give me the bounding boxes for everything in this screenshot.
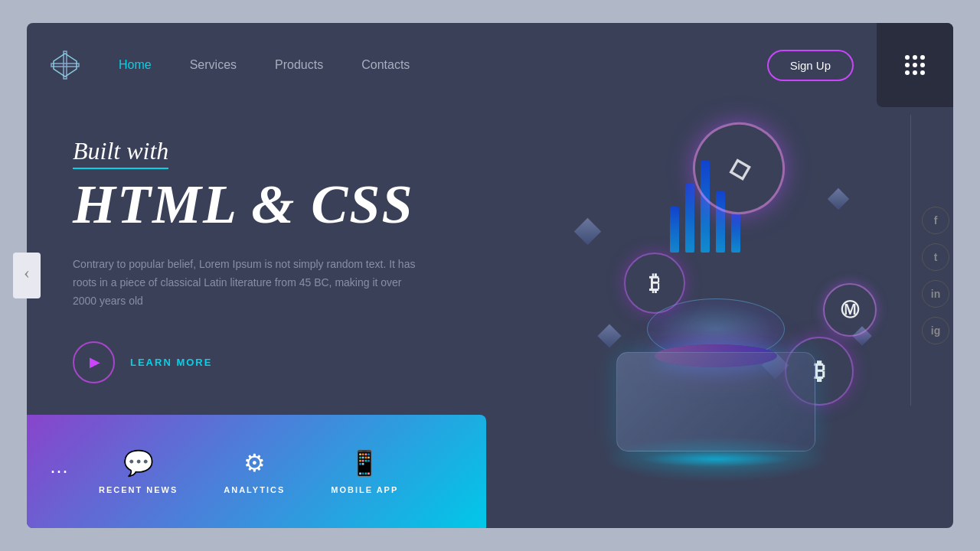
share-section: ⋯: [50, 461, 68, 482]
nav-links: Home Services Products Contacts: [119, 58, 767, 72]
crypto-scene: ◇ ₿ Ⓜ ₿: [540, 99, 892, 497]
left-chevron-btn[interactable]: [13, 253, 41, 298]
nav-contacts[interactable]: Contacts: [361, 58, 410, 72]
illustration-area: ◇ ₿ Ⓜ ₿: [524, 84, 907, 513]
twitter-icon[interactable]: t: [922, 243, 949, 271]
share-icon[interactable]: ⋯: [50, 461, 68, 482]
m-symbol: Ⓜ: [841, 298, 859, 322]
grid-icon[interactable]: [905, 55, 925, 75]
dot: [920, 55, 925, 60]
facebook-icon[interactable]: f: [922, 207, 949, 234]
mobile-app-icon: 📱: [349, 448, 380, 478]
dot: [913, 63, 917, 67]
scroll-line: [910, 115, 911, 406]
bottom-item-analytics[interactable]: ⚙ ANALYTICS: [224, 448, 285, 494]
main-card: Home Services Products Contacts Sign Up …: [27, 23, 953, 528]
dot: [913, 55, 917, 60]
analytics-label: ANALYTICS: [224, 485, 285, 494]
nav-home[interactable]: Home: [119, 58, 152, 72]
navbar: Home Services Products Contacts Sign Up: [27, 23, 877, 107]
monero-coin: Ⓜ: [823, 283, 877, 337]
play-button[interactable]: [73, 341, 115, 383]
eth-symbol: ◇: [724, 150, 753, 187]
signup-button[interactable]: Sign Up: [767, 50, 854, 81]
linkedin-icon[interactable]: in: [922, 280, 949, 308]
dot: [905, 70, 910, 75]
btc-symbol-left: ₿: [649, 271, 660, 296]
social-icons: f t in ig: [922, 207, 953, 344]
dot: [905, 63, 910, 67]
bar-1: [670, 207, 679, 253]
bar-5: [731, 214, 740, 253]
bottom-items: 💬 RECENT NEWS ⚙ ANALYTICS 📱 MOBILE APP: [99, 448, 398, 494]
svg-rect-0: [64, 51, 67, 79]
nav-services[interactable]: Services: [190, 58, 237, 72]
analytics-icon: ⚙: [243, 448, 266, 478]
hero-description: Contrary to popular belief, Lorem Ipsum …: [73, 256, 417, 310]
bottom-bar: ⋯ 💬 RECENT NEWS ⚙ ANALYTICS 📱 MOBILE APP: [27, 415, 486, 528]
menu-panel: [877, 23, 953, 107]
dot: [920, 70, 925, 75]
nav-products[interactable]: Products: [275, 58, 323, 72]
bottom-item-recent-news[interactable]: 💬 RECENT NEWS: [99, 448, 178, 494]
mobile-app-label: MOBILE APP: [331, 485, 398, 494]
recent-news-icon: 💬: [123, 448, 154, 478]
bottom-glow: [601, 436, 831, 482]
decoration-cube-3: [597, 324, 621, 347]
outer-wrapper: Home Services Products Contacts Sign Up …: [27, 23, 953, 528]
svg-rect-1: [51, 64, 79, 67]
dot: [920, 63, 925, 67]
decoration-cube-1: [574, 218, 601, 245]
bar-2: [685, 184, 694, 253]
instagram-icon[interactable]: ig: [922, 317, 949, 344]
decoration-cube-2: [828, 188, 849, 210]
logo[interactable]: [50, 50, 80, 80]
dot: [905, 55, 910, 60]
svg-marker-2: [54, 54, 77, 77]
bottom-item-mobile-app[interactable]: 📱 MOBILE APP: [331, 448, 398, 494]
dot: [913, 70, 917, 75]
learn-more-link[interactable]: LEARN MORE: [130, 357, 212, 368]
recent-news-label: RECENT NEWS: [99, 485, 178, 494]
